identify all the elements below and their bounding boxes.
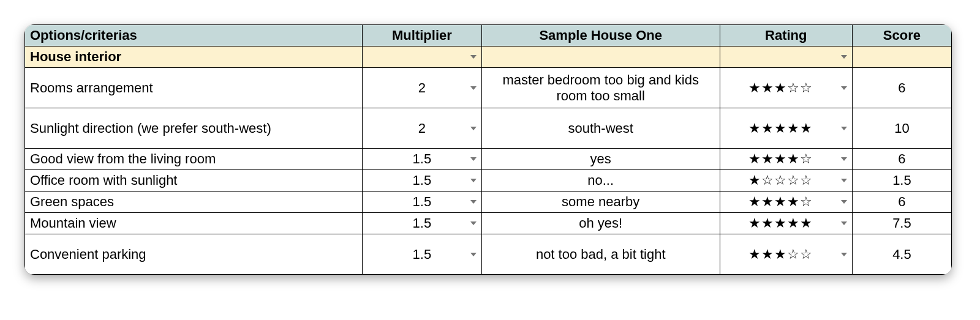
rating-stars: ★★★★★ <box>748 121 813 136</box>
multiplier-value: 1.5 <box>413 194 432 209</box>
dropdown-arrow-icon <box>841 157 847 161</box>
dropdown-arrow-icon <box>470 55 477 59</box>
sample-cell[interactable]: oh yes! <box>481 213 720 234</box>
rating-cell[interactable]: ★★★★★ <box>720 108 852 149</box>
criteria-cell[interactable]: Green spaces <box>25 192 363 213</box>
score-cell[interactable]: 6 <box>852 68 951 108</box>
dropdown-arrow-icon <box>470 221 477 225</box>
dropdown-arrow-icon <box>841 253 847 256</box>
multiplier-value: 1.5 <box>413 151 432 166</box>
spreadsheet-table-card: Options/criterias Multiplier Sample Hous… <box>24 24 952 275</box>
dropdown-arrow-icon <box>470 86 477 90</box>
header-sample: Sample House One <box>481 25 720 47</box>
sample-cell[interactable]: not too bad, a bit tight <box>481 234 720 275</box>
rating-cell[interactable]: ★★★★☆ <box>720 149 852 170</box>
header-score: Score <box>852 25 951 47</box>
criteria-cell[interactable]: Office room with sunlight <box>25 170 363 192</box>
multiplier-value: 2 <box>418 80 426 95</box>
rating-stars: ★★★★☆ <box>748 151 813 167</box>
section-label: House interior <box>25 47 363 68</box>
table-row: Mountain view1.5oh yes!★★★★★7.5 <box>25 213 952 234</box>
sample-cell[interactable]: no... <box>481 170 720 192</box>
multiplier-value: 2 <box>418 121 426 136</box>
criteria-cell[interactable]: Rooms arrangement <box>25 68 363 108</box>
header-multiplier: Multiplier <box>363 25 482 47</box>
criteria-cell[interactable]: Convenient parking <box>25 234 363 275</box>
table-header-row: Options/criterias Multiplier Sample Hous… <box>25 25 952 47</box>
multiplier-cell[interactable]: 1.5 <box>363 234 482 275</box>
score-cell[interactable]: 1.5 <box>852 170 951 192</box>
section-rating-cell[interactable] <box>720 47 852 68</box>
section-sample-cell <box>481 47 720 68</box>
multiplier-value: 1.5 <box>413 173 432 188</box>
section-score-cell <box>852 47 951 68</box>
criteria-cell[interactable]: Mountain view <box>25 213 363 234</box>
multiplier-cell[interactable]: 1.5 <box>363 192 482 213</box>
dropdown-arrow-icon <box>841 179 847 182</box>
sample-cell[interactable]: master bedroom too big and kids room too… <box>481 68 720 108</box>
criteria-cell[interactable]: Sunlight direction (we prefer south-west… <box>25 108 363 149</box>
rating-cell[interactable]: ★★★☆☆ <box>720 68 852 108</box>
rating-stars: ★★★★☆ <box>748 194 813 210</box>
dropdown-arrow-icon <box>470 127 477 130</box>
table-body: House interior Rooms arrangement2master … <box>25 47 952 275</box>
score-cell[interactable]: 7.5 <box>852 213 951 234</box>
header-criteria: Options/criterias <box>25 25 363 47</box>
dropdown-arrow-icon <box>841 127 847 130</box>
multiplier-cell[interactable]: 1.5 <box>363 170 482 192</box>
table-row: Sunlight direction (we prefer south-west… <box>25 108 952 149</box>
dropdown-arrow-icon <box>841 55 847 59</box>
rating-stars: ★★★☆☆ <box>748 80 813 96</box>
dropdown-arrow-icon <box>470 157 477 161</box>
section-multiplier-cell[interactable] <box>363 47 482 68</box>
dropdown-arrow-icon <box>841 221 847 225</box>
table-row: Green spaces1.5some nearby★★★★☆6 <box>25 192 952 213</box>
header-rating: Rating <box>720 25 852 47</box>
table-row: Rooms arrangement2master bedroom too big… <box>25 68 952 108</box>
dropdown-arrow-icon <box>470 179 477 182</box>
rating-cell[interactable]: ★★★★☆ <box>720 192 852 213</box>
multiplier-cell[interactable]: 1.5 <box>363 213 482 234</box>
multiplier-cell[interactable]: 2 <box>363 68 482 108</box>
table-row: Office room with sunlight1.5no...★☆☆☆☆1.… <box>25 170 952 192</box>
multiplier-value: 1.5 <box>413 215 432 231</box>
multiplier-value: 1.5 <box>413 247 432 262</box>
sample-cell[interactable]: some nearby <box>481 192 720 213</box>
multiplier-cell[interactable]: 1.5 <box>363 149 482 170</box>
table-row: Convenient parking1.5not too bad, a bit … <box>25 234 952 275</box>
rating-stars: ★☆☆☆☆ <box>748 173 813 188</box>
sample-cell[interactable]: yes <box>481 149 720 170</box>
criteria-cell[interactable]: Good view from the living room <box>25 149 363 170</box>
criteria-table: Options/criterias Multiplier Sample Hous… <box>24 24 952 275</box>
rating-cell[interactable]: ★★★★★ <box>720 213 852 234</box>
score-cell[interactable]: 4.5 <box>852 234 951 275</box>
rating-stars: ★★★★★ <box>748 215 813 231</box>
dropdown-arrow-icon <box>470 253 477 256</box>
table-row: Good view from the living room1.5yes★★★★… <box>25 149 952 170</box>
dropdown-arrow-icon <box>841 86 847 90</box>
section-row-house-interior: House interior <box>25 47 952 68</box>
dropdown-arrow-icon <box>470 200 477 204</box>
score-cell[interactable]: 6 <box>852 192 951 213</box>
multiplier-cell[interactable]: 2 <box>363 108 482 149</box>
score-cell[interactable]: 6 <box>852 149 951 170</box>
dropdown-arrow-icon <box>841 200 847 204</box>
rating-cell[interactable]: ★☆☆☆☆ <box>720 170 852 192</box>
score-cell[interactable]: 10 <box>852 108 951 149</box>
sample-cell[interactable]: south-west <box>481 108 720 149</box>
rating-cell[interactable]: ★★★☆☆ <box>720 234 852 275</box>
rating-stars: ★★★☆☆ <box>748 247 813 262</box>
